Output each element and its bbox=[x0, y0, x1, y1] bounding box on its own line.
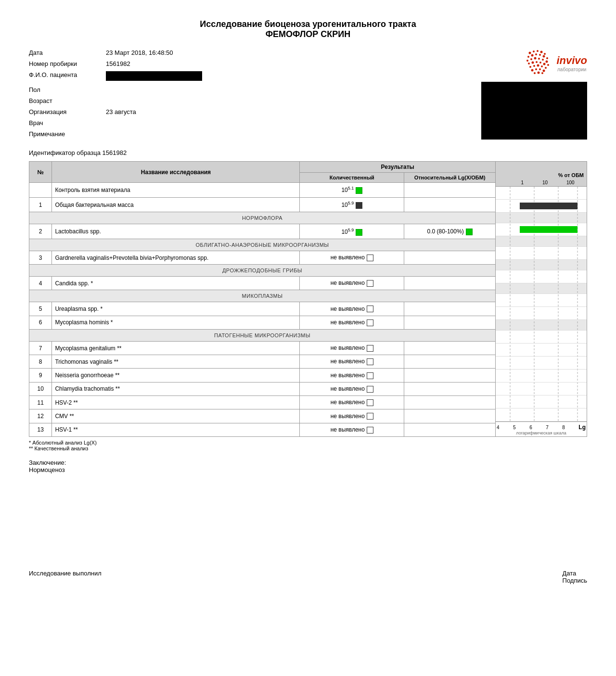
svg-point-1 bbox=[533, 51, 535, 52]
checkbox-empty bbox=[367, 427, 373, 434]
page: Исследование биоценоза урогенитального т… bbox=[29, 19, 587, 584]
chart-data-row bbox=[496, 270, 587, 283]
chart-data-row bbox=[496, 187, 587, 200]
logo-brand: invivo bbox=[556, 54, 587, 67]
svg-point-18 bbox=[532, 62, 534, 64]
svg-point-13 bbox=[534, 57, 537, 60]
col-quant-header: Количественный bbox=[300, 173, 404, 183]
cell-name: Chlamydia trachomatis ** bbox=[52, 382, 300, 395]
cell-rel bbox=[404, 423, 496, 436]
chart-section-row bbox=[496, 236, 587, 247]
cell-quant: 105.9 bbox=[300, 224, 404, 239]
chart-data-row bbox=[496, 395, 587, 408]
table-row: 6Mycoplasma hominis *не выявлено bbox=[29, 316, 496, 329]
svg-point-12 bbox=[530, 58, 532, 60]
checkbox-green bbox=[356, 229, 362, 236]
scale-5: 5 bbox=[513, 425, 516, 430]
col-name-header: Название исследования bbox=[52, 162, 300, 183]
table-row: 12CMV **не выявлено bbox=[29, 409, 496, 423]
svg-point-16 bbox=[546, 61, 548, 63]
chart-data-row bbox=[496, 344, 587, 357]
checkbox-empty bbox=[367, 319, 373, 326]
scale-4: 4 bbox=[497, 425, 500, 430]
date-label: Дата bbox=[29, 49, 106, 58]
top-right: invivo лаборатории bbox=[481, 49, 587, 140]
doctor-label: Врач bbox=[29, 119, 106, 128]
cell-rel: 0.0 (80-100%) bbox=[404, 224, 496, 239]
cell-no: 5 bbox=[29, 302, 52, 316]
table-row: 13HSV-1 **не выявлено bbox=[29, 423, 496, 436]
chart-section-row bbox=[496, 283, 587, 294]
svg-point-31 bbox=[543, 70, 545, 72]
cell-no: 12 bbox=[29, 409, 52, 423]
chart-column: % от ОБМ 1 10 100 bbox=[496, 161, 587, 437]
logo-area: invivo лаборатории bbox=[525, 49, 587, 77]
table-body: Контроль взятия материала105.11Общая бак… bbox=[29, 183, 496, 437]
chart-data-row bbox=[496, 408, 587, 421]
title-line1: Исследование биоценоза урогенитального т… bbox=[29, 19, 587, 29]
bottom-footer: Исследование выполнил Дата Подпись bbox=[29, 570, 587, 584]
checkbox-empty bbox=[367, 372, 373, 379]
svg-point-32 bbox=[534, 72, 536, 74]
svg-point-11 bbox=[526, 60, 528, 62]
table-row: Контроль взятия материала105.1 bbox=[29, 183, 496, 198]
results-section: № Название исследования Результаты Колич… bbox=[29, 161, 587, 437]
cell-name: Gardnerella vaginalis+Prevotella bivia+P… bbox=[52, 251, 300, 264]
table-row: 5Ureaplasma spp. *не выявлено bbox=[29, 302, 496, 316]
cell-no: 8 bbox=[29, 355, 52, 369]
checkbox-dark bbox=[356, 202, 362, 209]
tube-value: 1561982 bbox=[106, 60, 202, 69]
table-row: 9Neisseria gonorrhoeae **не выявлено bbox=[29, 369, 496, 382]
svg-point-5 bbox=[527, 56, 529, 58]
svg-point-28 bbox=[531, 69, 534, 72]
checkbox-green bbox=[356, 187, 362, 194]
cell-rel bbox=[404, 382, 496, 395]
svg-point-33 bbox=[538, 72, 540, 74]
svg-point-14 bbox=[538, 58, 540, 60]
scale-7: 7 bbox=[546, 425, 549, 430]
svg-point-29 bbox=[535, 68, 537, 70]
chart-header: % от ОБМ 1 10 100 bbox=[496, 162, 587, 187]
svg-point-25 bbox=[537, 64, 539, 67]
conclusion-section: Заключение: Нормоценоз bbox=[29, 459, 587, 473]
scale-8: 8 bbox=[562, 425, 565, 430]
chart-data-row bbox=[496, 200, 587, 213]
cell-name: Lactobacillus spp. bbox=[52, 224, 300, 239]
svg-point-0 bbox=[529, 52, 531, 54]
chart-data-row bbox=[496, 357, 587, 370]
table-row: 8Trichomonas vaginalis **не выявлено bbox=[29, 355, 496, 369]
cell-rel bbox=[404, 251, 496, 264]
chart-section-row bbox=[496, 260, 587, 270]
svg-point-34 bbox=[541, 72, 543, 74]
checkbox-empty bbox=[367, 280, 373, 287]
svg-point-17 bbox=[528, 63, 530, 64]
svg-point-19 bbox=[536, 61, 538, 63]
table-row: 4Candida spp. *не выявлено bbox=[29, 277, 496, 290]
table-row: 11HSV-2 **не выявлено bbox=[29, 396, 496, 409]
cell-quant: не выявлено bbox=[300, 423, 404, 436]
cell-rel bbox=[404, 369, 496, 382]
svg-point-24 bbox=[533, 65, 535, 67]
svg-point-3 bbox=[540, 51, 543, 53]
note-value bbox=[106, 130, 202, 140]
cell-name: Mycoplasma genitalium ** bbox=[52, 341, 300, 355]
patient-label: Ф.И.О. пациента bbox=[29, 71, 106, 84]
table-row: 2Lactobacillus spp.105.90.0 (80-100%) bbox=[29, 224, 496, 239]
chart-data-row bbox=[496, 294, 587, 307]
title-line2: ФЕМОФЛОР СКРИН bbox=[29, 29, 587, 39]
svg-point-21 bbox=[543, 63, 546, 65]
table-section-header: ПАТОГЕННЫЕ МИКРООРГАНИЗМЫ bbox=[29, 329, 496, 341]
checkbox-empty bbox=[367, 255, 373, 261]
chart-data-row bbox=[496, 383, 587, 395]
checkbox-empty bbox=[367, 306, 373, 312]
table-section-header: ДРОЖЖЕПОДОБНЫЕ ГРИБЫ bbox=[29, 265, 496, 277]
svg-point-27 bbox=[545, 67, 547, 69]
table-header-main: № Название исследования Результаты bbox=[29, 162, 496, 173]
logo-text-group: invivo лаборатории bbox=[556, 54, 587, 72]
cell-rel bbox=[404, 355, 496, 369]
footnote-2: ** Качественный анализ bbox=[29, 446, 587, 451]
cell-no: 1 bbox=[29, 197, 52, 212]
top-section: Дата 23 Март 2018, 16:48:50 Номер пробир… bbox=[29, 49, 587, 140]
table-row: 3Gardnerella vaginalis+Prevotella bivia+… bbox=[29, 251, 496, 264]
cell-name: Mycoplasma hominis * bbox=[52, 316, 300, 329]
